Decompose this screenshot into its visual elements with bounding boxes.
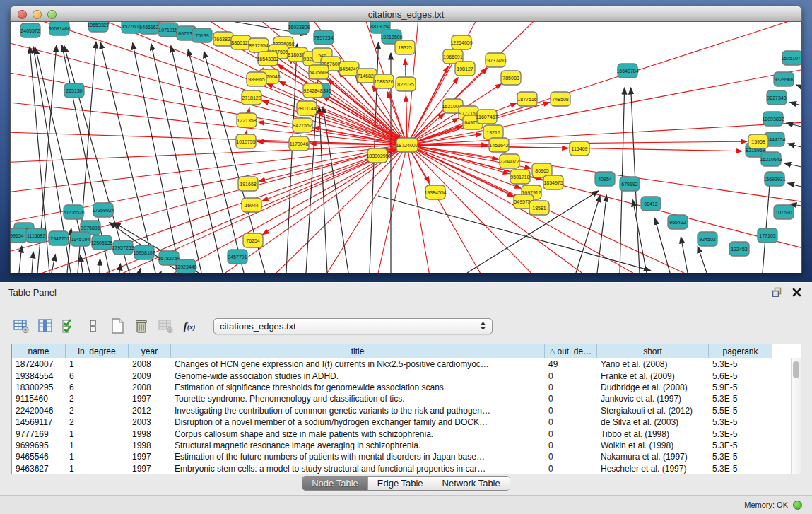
citation-network-graph[interactable]: 2405572306914061065332715276026466162107… bbox=[11, 22, 801, 273]
graph-node[interactable]: 1527602 bbox=[122, 22, 141, 33]
graph-node[interactable]: 1115682 bbox=[26, 228, 46, 243]
cell-short[interactable]: de Silva et al. (2003) bbox=[597, 416, 709, 428]
cell-short[interactable]: Dudbridge et al. (2008) bbox=[597, 382, 709, 393]
new-column-icon[interactable] bbox=[107, 316, 127, 336]
graph-node[interactable]: 1451642 bbox=[489, 138, 509, 152]
cell-in_degree[interactable]: 2 bbox=[66, 416, 129, 428]
table-row[interactable]: 1456911722003Disruption of a novel membe… bbox=[12, 416, 801, 428]
graph-node[interactable]: 16044 bbox=[242, 198, 261, 212]
graph-node[interactable]: 16648784 bbox=[616, 64, 638, 78]
graph-node[interactable]: 1588520 bbox=[374, 74, 394, 88]
table-row[interactable]: 911546021997Tourette syndrome. Phenomeno… bbox=[12, 393, 801, 404]
cell-short[interactable]: Stergiakouli et al. (2012) bbox=[597, 405, 709, 416]
graph-node[interactable]: 17957253 bbox=[112, 240, 134, 255]
tab-network-table[interactable]: Network Table bbox=[433, 477, 510, 490]
cell-out_de[interactable]: 0 bbox=[545, 382, 597, 393]
column-header-title[interactable]: title bbox=[171, 344, 545, 358]
column-header-short[interactable]: short bbox=[597, 344, 709, 358]
cell-pagerank[interactable]: 5.3E-5 bbox=[709, 416, 772, 428]
tab-edge-table[interactable]: Edge Table bbox=[368, 477, 433, 490]
cell-year[interactable]: 2008 bbox=[129, 358, 171, 370]
cell-pagerank[interactable]: 5.6E-5 bbox=[709, 370, 772, 381]
graph-node[interactable]: 18581 bbox=[529, 201, 549, 215]
graph-node[interactable]: 19737493 bbox=[484, 53, 506, 67]
graph-node[interactable]: 6466162 bbox=[139, 22, 159, 34]
cell-in_degree[interactable]: 2 bbox=[66, 405, 129, 416]
cell-in_degree[interactable]: 2 bbox=[66, 393, 129, 404]
cell-year[interactable]: 2008 bbox=[129, 382, 171, 393]
graph-node[interactable]: 9329966 bbox=[774, 72, 794, 86]
table-row[interactable]: 1938455462009Genome-wide association stu… bbox=[12, 370, 801, 381]
graph-node[interactable]: 8860123 bbox=[231, 35, 251, 49]
graph-node[interactable]: 1221358 bbox=[237, 113, 257, 127]
cell-pagerank[interactable]: 5.3E-5 bbox=[709, 428, 772, 439]
cell-short[interactable]: Yano et al. (2008) bbox=[597, 358, 709, 370]
graph-node[interactable]: 9242848 bbox=[303, 83, 323, 98]
cell-title[interactable]: Estimation of significance thresholds fo… bbox=[171, 382, 545, 393]
cell-title[interactable]: Disruption of a novel member of a sodium… bbox=[171, 416, 545, 428]
function-builder-icon[interactable]: f(x) bbox=[180, 316, 199, 336]
graph-node[interactable]: 989965 bbox=[247, 72, 266, 86]
cell-short[interactable]: Franke et al. (2009) bbox=[597, 370, 709, 381]
graph-node[interactable]: 12505135 bbox=[90, 235, 112, 250]
cell-pagerank[interactable]: 5.9E-5 bbox=[709, 382, 772, 393]
graph-node[interactable]: 785083 bbox=[501, 71, 521, 85]
graph-node[interactable]: 265130 bbox=[64, 83, 84, 98]
cell-out_de[interactable]: 0 bbox=[545, 416, 597, 428]
graph-node[interactable]: 965422 bbox=[668, 215, 688, 229]
graph-node[interactable]: 2803144 bbox=[297, 101, 317, 115]
cell-name[interactable]: 14569117 bbox=[12, 416, 66, 428]
graph-node[interactable]: 2204072 bbox=[500, 154, 519, 168]
cell-name[interactable]: 9465546 bbox=[12, 451, 66, 462]
graph-node[interactable]: 8912954 bbox=[249, 38, 269, 52]
graph-node[interactable]: 75139 bbox=[192, 28, 212, 42]
cell-out_de[interactable]: 0 bbox=[545, 405, 597, 416]
cell-in_degree[interactable]: 1 bbox=[66, 451, 129, 462]
cell-out_de[interactable]: 0 bbox=[545, 440, 597, 451]
graph-node[interactable]: 40954 bbox=[595, 172, 615, 186]
cell-out_de[interactable]: 0 bbox=[545, 370, 597, 381]
graph-node[interactable]: 18300295 bbox=[366, 148, 388, 163]
graph-node[interactable]: 122453 bbox=[729, 242, 749, 256]
cell-name[interactable]: 9777169 bbox=[12, 428, 66, 439]
graph-node[interactable]: 2405572 bbox=[20, 23, 40, 37]
cell-title[interactable]: Tourette syndrome. Phenomenology and cla… bbox=[171, 393, 545, 404]
close-icon[interactable] bbox=[789, 286, 804, 298]
cell-year[interactable]: 1998 bbox=[129, 428, 171, 439]
graph-node[interactable]: 15692931 bbox=[763, 172, 785, 186]
cell-out_de[interactable]: 0 bbox=[545, 393, 597, 404]
cell-short[interactable]: Tibbo et al. (1998) bbox=[597, 428, 709, 439]
cell-name[interactable]: 18300295 bbox=[12, 382, 66, 393]
graph-node[interactable]: 30691406 bbox=[48, 22, 70, 35]
cell-year[interactable]: 2009 bbox=[129, 370, 171, 381]
graph-node[interactable]: 1854975 bbox=[543, 175, 563, 189]
cell-title[interactable]: Genome-wide association studies in ADHD. bbox=[171, 370, 545, 381]
cell-title[interactable]: Corpus callosum shape and size in male p… bbox=[171, 428, 545, 439]
column-header-year[interactable]: year bbox=[129, 344, 171, 358]
graph-node[interactable]: 679192 bbox=[620, 177, 640, 191]
graph-node[interactable]: 177103 bbox=[758, 228, 777, 243]
cell-name[interactable]: 19384554 bbox=[12, 370, 66, 381]
graph-node[interactable]: 20206526 bbox=[62, 205, 84, 219]
cell-name[interactable]: 9463627 bbox=[12, 463, 66, 474]
table-row[interactable]: 977716911998Corpus callosum shape and si… bbox=[12, 428, 801, 439]
graph-node[interactable]: 12254059 bbox=[450, 35, 472, 49]
graph-node[interactable]: 16033809 bbox=[288, 22, 310, 34]
cell-short[interactable]: Jankovic et al. (1997) bbox=[597, 393, 709, 404]
cell-year[interactable]: 1997 bbox=[129, 451, 171, 462]
graph-node[interactable]: 1170046 bbox=[289, 136, 309, 151]
graph-node[interactable]: 17359924 bbox=[92, 203, 114, 217]
table-row[interactable]: 946362711997Embryonic stem cells: a mode… bbox=[12, 463, 801, 474]
table-row[interactable]: 1830029562008Estimation of significance … bbox=[12, 382, 801, 393]
table-selector-dropdown[interactable]: citations_edges.txt bbox=[213, 318, 493, 334]
graph-node[interactable]: 9501718 bbox=[510, 170, 530, 184]
cell-in_degree[interactable]: 6 bbox=[66, 370, 129, 381]
graph-node[interactable]: 191668 bbox=[238, 177, 258, 191]
window-titlebar[interactable]: citations_edges.txt bbox=[10, 6, 802, 22]
graph-node[interactable]: 15751074 bbox=[781, 51, 801, 65]
float-icon[interactable] bbox=[770, 286, 784, 298]
cell-title[interactable]: Embryonic stem cells: a model to study s… bbox=[171, 463, 545, 474]
cell-in_degree[interactable]: 1 bbox=[66, 440, 129, 451]
column-header-pagerank[interactable]: pagerank bbox=[709, 344, 772, 358]
graph-node[interactable]: 16210643 bbox=[760, 152, 782, 166]
